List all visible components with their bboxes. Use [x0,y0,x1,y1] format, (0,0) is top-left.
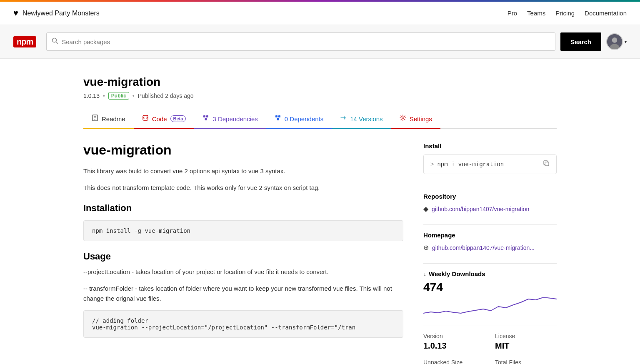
avatar-group: ▾ [606,33,627,50]
repository-label: Repository [423,193,557,200]
nav-teams-link[interactable]: Teams [527,10,545,17]
code-icon [142,115,149,123]
nav-pricing-link[interactable]: Pricing [555,10,575,17]
readme-para-2: This does not transform template code. T… [83,183,403,193]
svg-point-3 [612,37,618,43]
nav-documentation-link[interactable]: Documentation [585,10,627,17]
tab-readme[interactable]: Readme [83,110,134,129]
versions-icon [340,115,347,123]
svg-rect-13 [275,115,278,117]
weekly-downloads-count: 474 [423,281,557,294]
tab-settings[interactable]: Settings [391,110,440,129]
package-title: vue-migration [83,75,557,89]
license-value: MIT [495,341,557,351]
readme-usage-heading: Usage [83,251,403,262]
weekly-downloads-label: Weekly Downloads [429,270,485,277]
weekly-downloads-section: ↓ Weekly Downloads 474 [423,270,557,314]
usage-code-block: // adding folder vue-migration --project… [83,310,403,338]
license-label: License [495,333,557,339]
search-input[interactable] [62,38,550,45]
copy-icon[interactable] [543,160,550,169]
install-command: npm i vue-migration [437,161,504,168]
package-version: 1.0.13 [83,92,100,99]
content-layout: vue-migration This library was build to … [83,142,557,364]
unpacked-size-meta: Unpacked Size 145 kB [423,359,485,364]
license-meta: License MIT [495,333,557,351]
tab-readme-label: Readme [102,115,125,122]
brand-name: Newlywed Party Monsters [22,10,100,17]
deps-icon [202,115,209,123]
download-icon: ↓ [423,271,426,277]
unpacked-size-label: Unpacked Size [423,359,485,364]
package-dot-2: • [132,92,135,99]
version-label: Version [423,333,485,339]
svg-rect-15 [277,118,279,120]
search-bar-section: npm Search ▾ [0,25,640,59]
package-header: vue-migration 1.0.13 • Public • Publishe… [83,75,557,100]
dependents-icon [275,115,281,123]
readme-icon [92,115,98,123]
svg-rect-10 [203,115,205,117]
tab-versions[interactable]: 14 Versions [332,110,391,129]
prompt-icon: > [430,161,434,168]
repository-link[interactable]: ◆ github.com/bippan1407/vue-migration [423,205,557,213]
tab-versions-label: 14 Versions [350,115,382,122]
divider-3 [423,263,557,264]
readme-usage-para-2: -- transformFolder - takes location of f… [83,284,403,304]
meta-grid: Version 1.0.13 License MIT Unpacked Size… [423,333,557,364]
tab-dependencies[interactable]: 3 Dependencies [194,110,266,129]
version-meta: Version 1.0.13 [423,333,485,351]
total-files-meta: Total Files 93 [495,359,557,364]
homepage-link[interactable]: ⊕ github.com/bippan1407/vue-migration... [423,244,557,252]
tab-dependents[interactable]: 0 Dependents [266,110,332,129]
usage-code: // adding folder vue-migration --project… [92,317,395,331]
version-value: 1.0.13 [423,341,485,351]
tab-dependents-label: 0 Dependents [285,115,323,122]
svg-rect-12 [205,118,207,120]
tabs-container: Readme Code Beta 3 Dependencies 0 Depend… [83,110,557,129]
heart-icon: ♥ [13,8,18,18]
svg-rect-14 [278,115,280,117]
homepage-url: github.com/bippan1407/vue-migration... [432,244,535,251]
brand: ♥ Newlywed Party Monsters [13,8,100,18]
search-icon [52,37,58,46]
svg-point-4 [610,44,619,50]
repository-url: github.com/bippan1407/vue-migration [432,206,529,212]
top-nav-links: Pro Teams Pricing Documentation [508,10,627,17]
tab-code[interactable]: Code Beta [134,110,195,129]
svg-point-16 [402,117,404,119]
readme-usage-para-1: --projectLocation - takes location of yo… [83,267,403,277]
nav-pro-link[interactable]: Pro [508,10,517,17]
tab-settings-label: Settings [410,115,432,122]
published-text: Published 2 days ago [138,92,194,99]
homepage-section: Homepage ⊕ github.com/bippan1407/vue-mig… [423,232,557,252]
svg-rect-11 [206,115,208,117]
avatar[interactable] [606,33,623,50]
divider-1 [423,186,557,186]
install-label: Install [423,142,557,150]
install-box: > npm i vue-migration [423,155,557,174]
avatar-caret-icon[interactable]: ▾ [625,40,627,44]
package-dot: • [103,92,105,99]
installation-code-block: npm install -g vue-migration [83,220,403,241]
svg-rect-17 [545,162,549,166]
weekly-downloads-header: ↓ Weekly Downloads [423,270,557,277]
public-badge: Public [108,92,129,100]
beta-badge: Beta [170,115,186,122]
repository-section: Repository ◆ github.com/bippan1407/vue-m… [423,193,557,213]
tab-code-label: Code [152,115,167,122]
weekly-downloads-chart [423,297,557,314]
tab-dependencies-label: 3 Dependencies [212,115,258,122]
search-button[interactable]: Search [560,32,601,51]
main-content: vue-migration 1.0.13 • Public • Publishe… [70,59,570,364]
package-meta: 1.0.13 • Public • Published 2 days ago [83,92,557,100]
divider-4 [423,326,557,326]
settings-icon [400,115,406,123]
divider-2 [423,224,557,225]
install-section: Install > npm i vue-migration [423,142,557,174]
search-input-wrapper [46,32,555,51]
readme-main-title: vue-migration [83,142,403,158]
installation-code: npm install -g vue-migration [92,227,395,234]
homepage-label: Homepage [423,232,557,239]
install-cmd: > npm i vue-migration [430,161,504,168]
